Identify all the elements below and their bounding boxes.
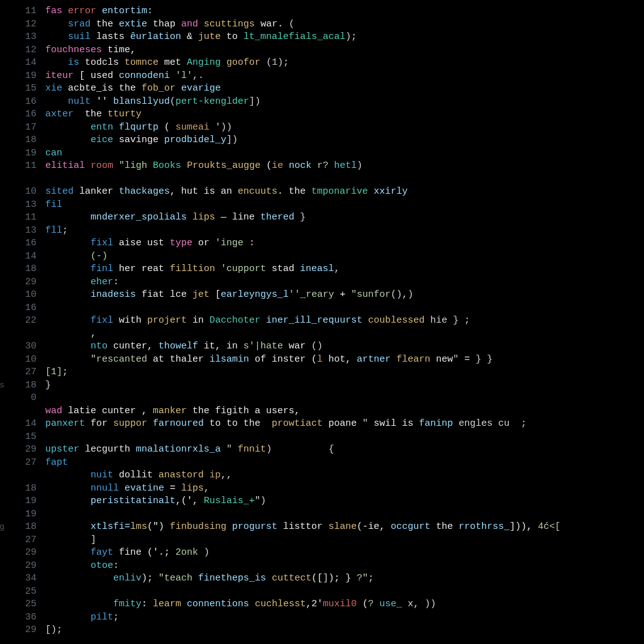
code-editor: 1112131214191516g16171819111013111316141… [0,0,644,644]
code-line: fas error entortim: [45,5,644,18]
code-line: , [45,328,644,341]
code-line: fmity: learm connentions cuchlesst,2'mux… [45,598,644,611]
line-number: 16 [0,302,36,315]
code-line [45,431,644,444]
line-number [0,328,36,341]
line-number: 18 [0,134,36,147]
code-line [45,508,644,521]
line-number: 13 [0,225,36,238]
code-line: nuit dollit anastord ip,, [45,469,644,482]
line-number: g16 [0,108,36,121]
line-number: 12 [0,18,36,31]
line-number: 11 [0,160,36,173]
line-number: 0 [0,392,36,405]
code-line: nult '' blansllyud(pert-kenglder]) [45,96,644,109]
code-line: sited lanker thackages, hut is an encuut… [45,186,644,199]
code-line: upster lecgurth mnalationrxls_a " fnnit)… [45,443,644,457]
code-line: eice savinge prodbidel_y]) [45,134,644,147]
line-number: 17 [0,121,36,135]
line-number: 11 [0,5,36,18]
line-number: 22 [0,314,36,328]
code-line: finl her reat filltion 'cupport stad ine… [45,263,644,276]
line-number: 30 [0,340,36,353]
line-number: ys18 [0,379,36,392]
code-line: fixl with projert in Dacchoter iner_ill_… [45,314,644,328]
code-line: fapt [45,457,644,470]
line-number: 19 [0,147,36,160]
code-line [45,586,644,599]
line-number: 29 [0,547,36,560]
code-line: xtlsfi=lms(") finbudsing progurst listto… [45,521,644,534]
line-number: 13 [0,31,36,44]
code-line: } [45,379,644,392]
code-line: ] [45,534,644,547]
code-line: fll; [45,225,644,238]
code-line: fouchneses time, [45,44,644,57]
line-number: 25 [0,598,36,611]
code-line [45,173,644,186]
code-line: nto cunter, thowelf it, in s'|hate war (… [45,340,644,353]
line-number: 14 [0,250,36,264]
code-line: inadesis fiat lce jet [earleyngys_l''_re… [45,289,644,302]
line-number: 29 [0,443,36,457]
code-line: mnderxer_spolials lips — line thered } [45,211,644,225]
line-number: g18 [0,482,36,496]
code-line: enliv); "teach finetheps_is cuttect([]);… [45,572,644,586]
line-number: 19 [0,508,36,521]
line-number: 29 [0,560,36,573]
line-number: 16 [0,237,36,250]
line-number: 18 [0,263,36,276]
line-number [0,173,36,186]
code-line: srad the extie thap and scuttings war. ( [45,18,644,31]
line-number: 13 [0,199,36,212]
code-line [45,392,644,405]
code-line: otoe: [45,560,644,573]
line-number: 11 [0,211,36,225]
line-number: 27 [0,534,36,547]
line-number: 14 [0,418,36,431]
code-area[interactable]: fas error entortim: srad the extie thap … [45,5,644,644]
line-number: 15 [0,431,36,444]
line-number: mg18 [0,521,36,534]
code-line: [1]; [45,366,644,379]
code-line: nnull evatine = lips, [45,482,644,496]
line-number [0,469,36,482]
code-line: suil lasts êurlation & jute to lt_mnalef… [45,31,644,44]
line-number: 27 [0,457,36,470]
line-number: 16 [0,96,36,109]
line-number: 10 [0,289,36,302]
code-line: fil [45,199,644,212]
code-line: axter the tturty [45,108,644,121]
line-number: 19 [0,70,36,83]
code-line: elitial room "ligh Books Proukts_augge (… [45,160,644,173]
code-line [45,302,644,315]
line-number: 29 [0,276,36,289]
code-line: wad latie cunter , manker the figith a u… [45,405,644,418]
line-number-gutter: 1112131214191516g16171819111013111316141… [0,5,45,644]
code-line: [); [45,624,644,637]
code-line: iteur [ used connodeni 'l',. [45,70,644,83]
code-line: pilt; [45,611,644,625]
code-line: peristitatinalt,(', Ruslais_+") [45,495,644,508]
line-number: 27 [0,366,36,379]
code-line: xie acbte_is the fob_or evarige [45,82,644,96]
line-number: 10 [0,353,36,367]
line-number [0,405,36,418]
line-number: 15 [0,82,36,96]
code-line: is todcls tomnce met Anging goofor (1); [45,57,644,70]
line-number: 36 [0,611,36,625]
line-number: 25 [0,586,36,599]
code-line: can [45,147,644,160]
code-line: entn flqurtp ( sumeai ')) [45,121,644,135]
line-number: 10 [0,186,36,199]
line-number: 12 [0,44,36,57]
line-number: 29 [0,624,36,637]
line-number: 19 [0,495,36,508]
line-number: 34 [0,572,36,586]
code-line: eher: [45,276,644,289]
line-number: 14 [0,57,36,70]
code-line: fayt fine ('.; 2onk ) [45,547,644,560]
code-line: (-) [45,250,644,264]
code-line: "rescanted at thaler ilsamin of inster (… [45,353,644,367]
code-line: fixl aise ust type or 'inge : [45,237,644,250]
